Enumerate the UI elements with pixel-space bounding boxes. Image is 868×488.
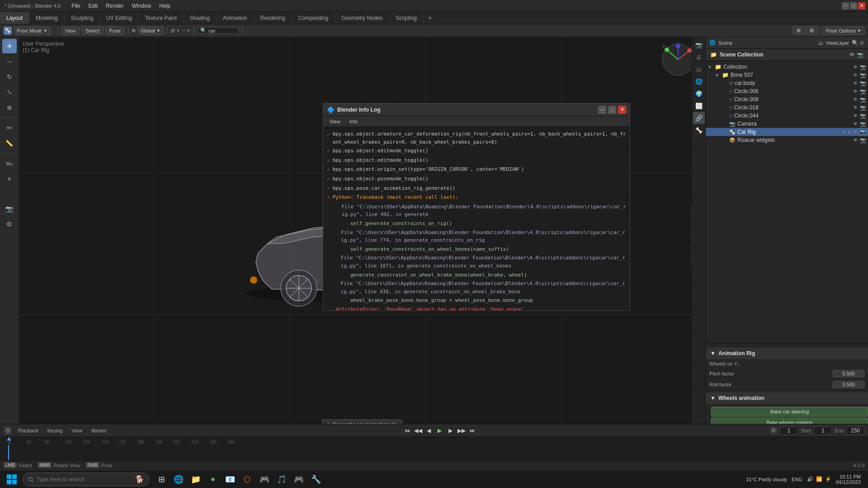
tree-item-circle018[interactable]: ○ Circle.018 👁 📷 [706,103,868,112]
help-menu[interactable]: Help [156,2,174,10]
wheels-animation-header[interactable]: ▼ Wheels animation [706,392,868,404]
close-button[interactable]: ✕ [858,2,865,9]
search-box[interactable]: 🔍 [197,27,239,34]
pose-options-dropdown[interactable]: Pose Options ▼ [823,27,864,35]
start-frame-input[interactable]: 1 [814,427,832,435]
prop-tab-object[interactable]: ⬜ [693,100,705,112]
file-menu[interactable]: File [68,2,84,10]
app5-icon[interactable]: 📧 [222,472,238,487]
play-to-end-btn[interactable]: ⏭ [468,426,477,435]
app10-icon[interactable]: 🔧 [308,472,324,487]
tool-cursor[interactable]: ✛ [2,39,17,53]
chrome-icon[interactable]: ● [205,472,221,487]
explorer-icon[interactable]: 📁 [188,472,203,487]
bake-steering-btn[interactable]: Bake car steering [711,407,868,417]
racer-eye-icon[interactable]: 👁 [853,137,858,143]
app9-icon[interactable]: 🎮 [291,472,307,487]
tool-mu[interactable]: Mu [2,156,17,171]
tool-measure[interactable]: 📏 [2,136,17,150]
tree-item-carrig[interactable]: 🦴 Car Rig ⊞ ⊞ 👁 📷 [706,128,868,136]
panel-search-icon[interactable]: 🔍 [852,40,859,46]
edge-icon[interactable]: 🌐 [171,472,186,487]
tool-settings[interactable]: ⚙ [2,217,17,231]
tab-scripting[interactable]: Scripting [389,12,424,24]
play-to-start-btn[interactable]: ⏮ [403,426,412,435]
circle018-eye-icon[interactable]: 👁 [853,105,858,110]
start-button[interactable] [4,471,20,488]
filter-shading-btn[interactable]: ⊞ [806,26,818,35]
prev-frame-btn[interactable]: ◀ [425,426,434,435]
timeline-mode-icon[interactable]: ⏱ [4,427,12,435]
timeline-playback-menu[interactable]: Playback [15,427,41,434]
edit-menu[interactable]: Edit [85,2,101,10]
select-menu-btn[interactable]: Select [81,27,104,35]
circle008-render-icon[interactable]: 📷 [860,97,866,103]
carbody-eye-icon[interactable]: 👁 [853,80,858,86]
prop-tab-data[interactable]: 🦴 [693,124,705,136]
render-menu[interactable]: Render [102,2,127,10]
tree-item-collection[interactable]: ▼ 📁 Collection 👁 📷 [706,63,868,71]
tree-item-bmw507[interactable]: ▼ 📁 Bmw 507 👁 📷 [706,71,868,79]
bmw507-render-icon[interactable]: 📷 [860,72,866,78]
search-input[interactable] [208,28,236,33]
tab-add-button[interactable]: + [424,12,437,24]
pose-menu-btn[interactable]: Pose [105,27,125,35]
pitch-value[interactable]: 0.500 [833,370,864,377]
dialog-minimize-btn[interactable]: ─ [598,106,606,114]
tab-modeling[interactable]: Modeling [29,12,65,24]
steam-icon[interactable]: 🎮 [257,472,272,487]
prop-tab-view-layer[interactable]: 🗂 [693,63,705,75]
timeline-keying-menu[interactable]: Keying [45,427,66,434]
window-menu[interactable]: Window [128,2,155,10]
tree-item-racer-widgets[interactable]: 📦 Roacar widgets 👁 📷 [706,136,868,144]
camera-render-icon[interactable]: 📷 [860,121,866,127]
tab-uv-editing[interactable]: UV Editing [100,12,139,24]
collection-render-icon[interactable]: 📷 [860,64,866,70]
tool-camera[interactable]: 📷 [2,202,17,216]
minimize-button[interactable]: ─ [842,2,849,9]
tab-texture-paint[interactable]: Texture Paint [139,12,184,24]
circle006-eye-icon[interactable]: 👁 [853,89,858,94]
bmw507-eye-icon[interactable]: 👁 [853,72,858,78]
tab-rendering[interactable]: Rendering [254,12,292,24]
sc-eye-icon[interactable]: 👁 [849,52,854,58]
tool-move[interactable]: ↔ [2,54,17,69]
prop-tab-scene[interactable]: 🌐 [693,75,705,87]
tree-item-circle044[interactable]: ○ Circle.044 👁 📷 [706,112,868,120]
taskbar-search-input[interactable] [37,476,132,483]
maximize-button[interactable]: □ [850,2,857,9]
circle018-render-icon[interactable]: 📷 [860,105,866,111]
view-layer-label[interactable]: ViewLayer [826,40,849,46]
tree-item-camera[interactable]: 📷 Camera 👁 📷 [706,120,868,128]
current-frame-input[interactable]: 1 [780,427,798,435]
tab-shading[interactable]: Shading [184,12,217,24]
sc-render-icon[interactable]: 📷 [857,52,863,58]
taskview-icon[interactable]: ⊞ [154,472,169,487]
tree-item-circle008[interactable]: ○ Circle.008 👁 📷 [706,95,868,103]
prop-tab-world[interactable]: 🌍 [693,88,705,99]
play-btn[interactable]: ▶ [435,426,444,435]
carbody-render-icon[interactable]: 📷 [860,80,866,86]
end-frame-input[interactable]: 250 [846,427,864,435]
log-menu-view[interactable]: View [326,118,344,125]
view-menu-btn[interactable]: View [61,27,80,35]
prev-keyframe-btn[interactable]: ◀◀ [414,426,423,435]
circle044-eye-icon[interactable]: 👁 [853,113,858,118]
tree-item-circle006[interactable]: ○ Circle.006 👁 📷 [706,87,868,95]
tab-layout[interactable]: Layout [0,12,29,24]
tool-scale[interactable]: ⤡ [2,85,17,99]
tool-transform[interactable]: ⊕ [2,100,17,115]
taskbar-search-box[interactable]: 🐕 [23,473,149,486]
prop-tab-output[interactable]: 🖨 [693,51,705,63]
scene-label[interactable]: Scene [718,40,732,46]
carrig-eye-icon[interactable]: 👁 [853,129,858,135]
tab-geometry-nodes[interactable]: Geometry Nodes [335,12,389,24]
next-frame-btn[interactable]: ▶ [446,426,455,435]
tool-annotate[interactable]: ✏ [2,121,17,135]
tool-a[interactable]: A [2,172,17,186]
info-log-content[interactable]: ✓ bpy.ops.object.armature_car_deformatio… [323,127,630,310]
tab-sculpting[interactable]: Sculpting [65,12,100,24]
roll-value[interactable]: 0.500 [833,381,864,388]
blender-icon[interactable]: ⬡ [240,472,255,487]
next-keyframe-btn[interactable]: ▶▶ [457,426,466,435]
